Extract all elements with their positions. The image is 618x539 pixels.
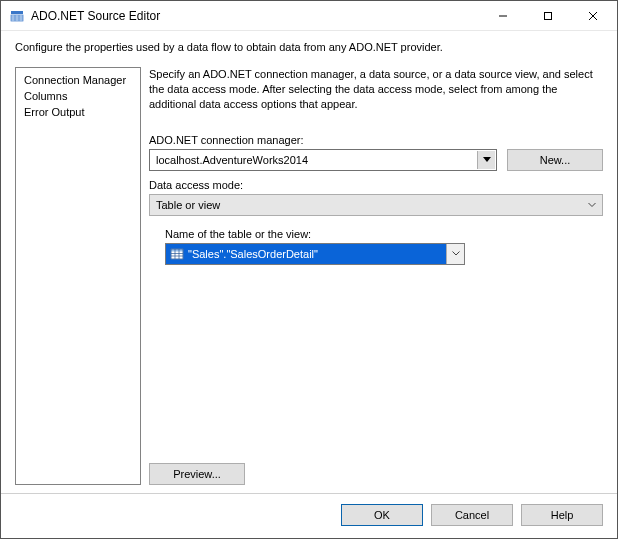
titlebar: ADO.NET Source Editor — [1, 1, 617, 31]
cancel-button[interactable]: Cancel — [431, 504, 513, 526]
mode-label: Data access mode: — [149, 179, 603, 191]
close-button[interactable] — [570, 2, 615, 30]
intro-text: Configure the properties used by a data … — [1, 31, 617, 67]
svg-marker-10 — [483, 157, 491, 162]
chevron-down-icon — [477, 151, 495, 169]
table-icon — [170, 247, 184, 261]
table-label: Name of the table or the view: — [165, 228, 603, 240]
app-icon — [9, 8, 25, 24]
conn-manager-dropdown[interactable]: localhost.AdventureWorks2014 — [149, 149, 497, 171]
mode-value: Table or view — [156, 199, 220, 211]
preview-button[interactable]: Preview... — [149, 463, 245, 485]
new-connection-button[interactable]: New... — [507, 149, 603, 171]
main-pane: Specify an ADO.NET connection manager, a… — [149, 67, 603, 485]
window-controls — [480, 2, 615, 30]
conn-manager-label: ADO.NET connection manager: — [149, 134, 603, 146]
window-title: ADO.NET Source Editor — [31, 9, 480, 23]
footer: OK Cancel Help — [1, 493, 617, 538]
sidebar-item-error-output[interactable]: Error Output — [16, 104, 140, 120]
conn-manager-value: localhost.AdventureWorks2014 — [156, 154, 308, 166]
svg-rect-0 — [11, 11, 23, 14]
chevron-down-icon — [446, 244, 464, 264]
svg-rect-1 — [11, 15, 23, 21]
maximize-button[interactable] — [525, 2, 570, 30]
table-section: Name of the table or the view: — [165, 228, 603, 265]
sidebar: Connection Manager Columns Error Output — [15, 67, 141, 485]
sidebar-item-connection-manager[interactable]: Connection Manager — [16, 72, 140, 88]
chevron-down-icon — [588, 202, 596, 207]
svg-rect-7 — [544, 12, 551, 19]
data-access-mode-dropdown[interactable]: Table or view — [149, 194, 603, 216]
table-name-dropdown[interactable]: "Sales"."SalesOrderDetail" — [165, 243, 465, 265]
sidebar-item-columns[interactable]: Columns — [16, 88, 140, 104]
instruction-text: Specify an ADO.NET connection manager, a… — [149, 67, 603, 112]
dialog-window: ADO.NET Source Editor Configure the prop… — [0, 0, 618, 539]
table-selected-item: "Sales"."SalesOrderDetail" — [166, 244, 446, 264]
body-area: Connection Manager Columns Error Output … — [1, 67, 617, 493]
minimize-button[interactable] — [480, 2, 525, 30]
help-button[interactable]: Help — [521, 504, 603, 526]
ok-button[interactable]: OK — [341, 504, 423, 526]
table-value: "Sales"."SalesOrderDetail" — [188, 248, 318, 260]
